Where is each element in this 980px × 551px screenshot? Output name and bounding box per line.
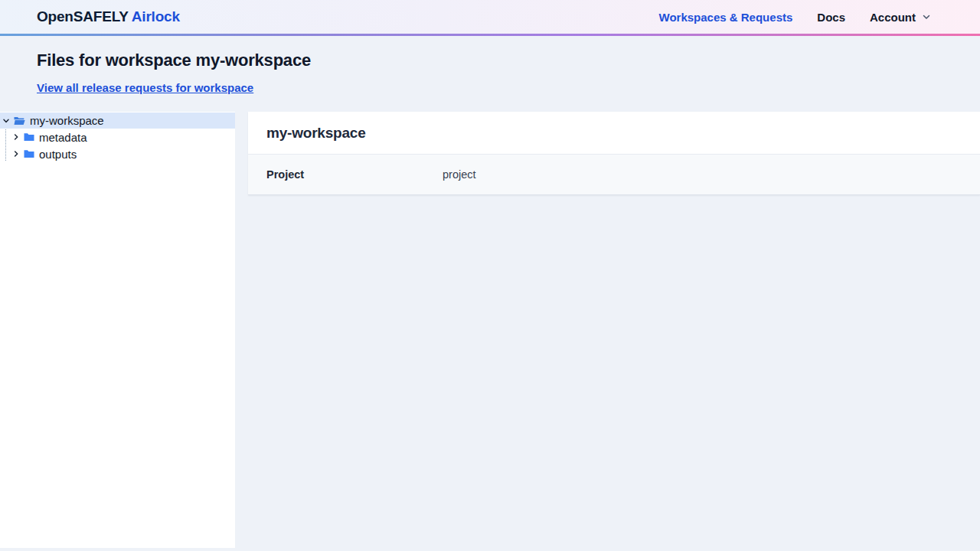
tree-item-label: outputs bbox=[39, 146, 77, 162]
page-title: Files for workspace my-workspace bbox=[37, 51, 943, 70]
chevron-down-icon bbox=[922, 12, 931, 21]
file-tree: my-workspace metadata bbox=[0, 112, 235, 162]
brand-primary: OpenSAFELY bbox=[37, 8, 128, 24]
file-tree-sidebar: my-workspace metadata bbox=[0, 112, 235, 548]
tree-item-label: metadata bbox=[39, 129, 87, 145]
nav-link-docs[interactable]: Docs bbox=[817, 11, 845, 24]
nav-links: Workspaces & Requests Docs Account bbox=[659, 11, 931, 24]
nav-link-workspaces-requests[interactable]: Workspaces & Requests bbox=[659, 11, 793, 24]
folder-open-icon bbox=[14, 116, 25, 126]
account-menu-label: Account bbox=[870, 11, 916, 24]
detail-label: Project bbox=[266, 168, 443, 181]
chevron-right-icon[interactable] bbox=[10, 150, 22, 158]
folder-icon bbox=[24, 132, 34, 142]
chevron-down-icon[interactable] bbox=[0, 117, 12, 125]
top-nav: OpenSAFELY Airlock Workspaces & Requests… bbox=[0, 0, 980, 36]
view-release-requests-link[interactable]: View all release requests for workspace bbox=[37, 81, 253, 94]
tree-item-outputs[interactable]: outputs bbox=[0, 145, 235, 162]
tree-item-label: my-workspace bbox=[30, 112, 104, 129]
brand-logo[interactable]: OpenSAFELY Airlock bbox=[37, 8, 180, 25]
main-column: my-workspace Project project bbox=[248, 112, 980, 195]
folder-icon bbox=[24, 149, 34, 158]
brand-secondary: Airlock bbox=[132, 8, 180, 24]
page-header: Files for workspace my-workspace View al… bbox=[0, 36, 980, 95]
workspace-card-header: my-workspace bbox=[248, 112, 980, 154]
account-menu-button[interactable]: Account bbox=[870, 11, 931, 24]
tree-item-my-workspace[interactable]: my-workspace bbox=[0, 112, 235, 129]
tree-item-metadata[interactable]: metadata bbox=[0, 129, 235, 145]
tree-children: metadata outputs bbox=[0, 129, 235, 162]
detail-value: project bbox=[443, 168, 476, 181]
chevron-right-icon[interactable] bbox=[10, 133, 22, 141]
detail-row-project: Project project bbox=[248, 154, 980, 195]
content-area: my-workspace metadata bbox=[0, 112, 980, 548]
workspace-card: my-workspace Project project bbox=[248, 112, 980, 195]
workspace-card-title: my-workspace bbox=[266, 125, 962, 142]
